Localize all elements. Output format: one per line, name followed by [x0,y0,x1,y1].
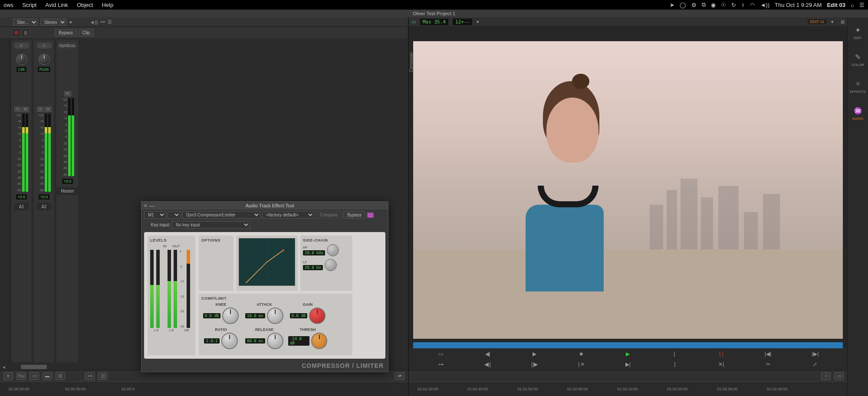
menubar-workspace[interactable]: Edit 03 [827,2,845,8]
link-icon[interactable]: ⊶ [436,360,446,368]
composer-icon[interactable]: ▭ [411,19,416,25]
mixer-format-select-2[interactable]: Stereo [40,19,66,26]
thresh-knob[interactable] [311,333,327,349]
tool-effect-icon[interactable]: ◫ [98,372,108,380]
tool-segment-icon[interactable]: ▭ [30,372,39,380]
solo-a2[interactable]: S [37,107,44,112]
mark-out-icon[interactable]: ⌋ [670,360,680,368]
link-icon[interactable]: ⊶ [100,19,105,25]
cc-icon[interactable]: ◉ [711,2,716,8]
master-effect-label[interactable]: Dyn3CoL [58,43,78,49]
effect-icon[interactable]: ▭ [834,372,844,380]
ws-effects[interactable]: ✧ EFFECTS [850,80,865,94]
ch-insert-a1[interactable]: ⊡ [14,43,30,49]
volume-icon[interactable]: ◄)) [760,2,769,8]
composer-tc2[interactable]: 12+-- [453,19,472,25]
record-button[interactable] [12,29,20,36]
gain-a1[interactable]: +0.0 [16,194,27,200]
speaker-icon[interactable]: ◄)) [90,20,98,25]
clear-in-icon[interactable]: ⌊✕ [576,360,586,368]
ws-audio[interactable]: ♒ AUDIO [852,107,863,121]
tool-link-icon[interactable]: ⊶ [85,372,95,380]
hscroll-thumb[interactable] [21,365,47,369]
play-back-icon[interactable]: ▶ [529,350,539,358]
play-icon[interactable]: ▶ [623,350,633,358]
gain-master[interactable]: +0.0 [62,179,73,184]
lf-knob[interactable] [325,259,337,271]
mute-master[interactable]: M [64,91,71,96]
edit-version-label[interactable]: EDIT v1 [808,19,827,24]
ws-color[interactable]: ✎ COLOR [852,53,864,67]
grid-icon[interactable]: ⊞ [841,19,845,25]
insert-select[interactable]: a [168,211,181,219]
dropbox-icon[interactable]: ⧉ [702,1,706,8]
knee-value[interactable]: 0.0 dB [203,313,221,318]
tool-insert-icon[interactable]: ⊡ [56,372,65,380]
dropdown-icon[interactable]: ▾ [477,19,479,25]
prev-icon[interactable]: ◂ [69,19,72,25]
knee-knob[interactable] [222,308,239,324]
gain-a2[interactable]: +0.0 [39,194,50,200]
plugin-select[interactable]: Dyn3 Compressor/Limiter [182,211,260,219]
ratio-knob[interactable] [221,333,238,349]
thresh-value[interactable]: -24.0 dB [288,336,309,346]
next-edit-icon[interactable]: ▶| [623,360,633,368]
pan-knob-a2[interactable] [39,54,50,65]
cut-icon[interactable]: ✂ [763,360,773,368]
timeline-ruler-right[interactable]: 01:01:30:00 01:01:40:00 01:01:50:00 01:0… [409,381,847,396]
menu-windows[interactable]: ows [3,2,13,8]
ch-insert-a2[interactable]: ⊡ [36,43,52,49]
minimize-icon[interactable]: — [149,203,154,208]
timeline-ruler-left[interactable]: 01:00:20:00 01:00:30:00 01:00:4 [0,381,408,396]
release-knob[interactable] [267,333,283,349]
step-fwd-icon[interactable]: ||▶ [529,360,539,368]
clip-view-icon[interactable]: ▭ [436,350,446,358]
tool-settings-icon[interactable]: ⇄ [395,372,404,380]
step-back2-icon[interactable]: ◀|| [483,360,493,368]
preset-select[interactable]: <factory default> [262,211,314,219]
track-select[interactable]: M1 [144,211,166,219]
position-bar[interactable] [413,342,843,348]
hf-value[interactable]: 20.0 kHz [303,250,325,255]
goto-in-icon[interactable]: |◀⌊ [763,350,773,358]
stop-icon[interactable]: ■ [576,350,586,358]
close-icon[interactable]: × [144,203,147,208]
lift-icon[interactable]: ⤢ [810,360,820,368]
video-viewer[interactable] [413,41,843,339]
mixer-format-select-1[interactable]: Ster... [13,19,38,26]
mute-a1[interactable]: M [22,107,29,112]
list-icon[interactable]: ☰ [859,2,865,8]
clear-marks-icon[interactable]: ✕⌊ [716,360,727,368]
trash-button[interactable]: 🗑 [22,29,30,36]
ratio-value[interactable]: 3.0:1 [204,338,219,344]
bluetooth-icon[interactable]: ᚼ [741,2,745,8]
settings-icon[interactable]: ⚙ [691,2,697,8]
release-value[interactable]: 80.0 ms [245,338,265,344]
menu-help[interactable]: Help [102,2,113,8]
app-icon[interactable]: ☉ [721,2,726,8]
effect-bypass-button[interactable]: Bypass [343,211,365,219]
spotlight-icon[interactable]: ⌕ [851,2,854,8]
lf-value[interactable]: 20.0 Hz [303,265,323,270]
gain-knob[interactable] [309,308,326,324]
compare-button[interactable]: Compare [316,211,342,219]
ws-edit[interactable]: ✦ EDIT [854,26,861,40]
audio-track-effect-tool[interactable]: × — Audio Track Effect Tool M1 a Dyn3 Co… [141,201,388,372]
composer-tc[interactable]: Mas 35.4 [420,19,448,25]
step-back-icon[interactable]: ◀| [483,350,493,358]
menu-object[interactable]: Object [77,2,93,8]
wifi-icon[interactable]: ◠ [750,2,755,8]
pan-knob-a1[interactable] [16,54,27,65]
mark-in-icon[interactable]: ⌊ [670,350,680,358]
hf-knob[interactable] [327,244,339,256]
spanner-icon[interactable]: ⬚ [367,213,374,218]
marker-icon[interactable]: ○ [821,372,831,380]
mute-a2[interactable]: M [45,107,52,112]
mark-clip-icon[interactable]: ⌊⌋ [716,350,727,358]
effect-window-titlebar[interactable]: × — Audio Track Effect Tool [141,202,388,209]
attack-knob[interactable] [267,308,283,324]
menu-icon[interactable]: ☰ [108,19,112,25]
solo-a1[interactable]: S [14,107,21,112]
tool-dropdown-icon[interactable]: ≡ [3,372,13,380]
clock-icon[interactable]: ↻ [731,2,736,8]
